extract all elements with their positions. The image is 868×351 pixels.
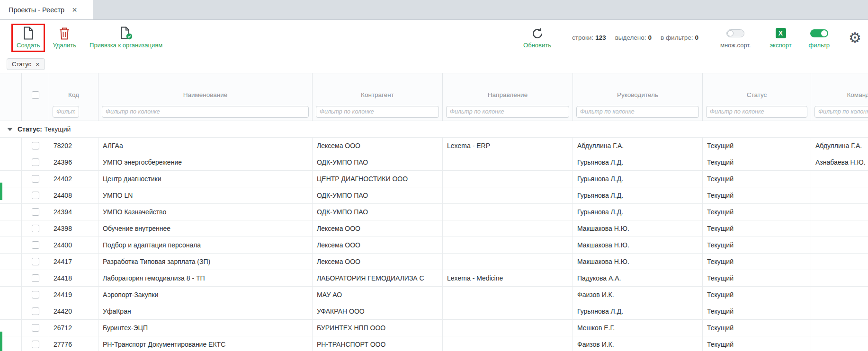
- cell-direction: [443, 187, 573, 203]
- cell-name: Центр диагностики: [98, 171, 313, 187]
- multi-sort-label: множ.сорт.: [720, 42, 751, 49]
- cell-status: Текущий: [703, 237, 811, 253]
- table-row[interactable]: 24396 УМПО энергосбережение ОДК-УМПО ПАО…: [0, 154, 868, 171]
- table-row[interactable]: 24408 УМПО LN ОДК-УМПО ПАО Гурьянова Л.Д…: [0, 187, 868, 204]
- row-check-cell: [22, 336, 49, 351]
- cell-direction: [443, 320, 573, 336]
- refresh-button[interactable]: Обновить: [523, 26, 551, 49]
- filter-chip-status[interactable]: Статус ×: [7, 58, 45, 70]
- cell-name: УМПО энергосбережение: [98, 154, 313, 170]
- row-expand-cell: [0, 138, 22, 154]
- table-row[interactable]: 24402 Центр диагностики ЦЕНТР ДИАГНОСТИК…: [0, 171, 868, 187]
- group-collapse-icon[interactable]: [7, 128, 13, 131]
- multi-sort-toggle-icon[interactable]: [726, 29, 744, 37]
- cell-team: [811, 171, 868, 187]
- cell-manager: Мешков Е.Г.: [573, 320, 703, 336]
- row-checkbox[interactable]: [32, 341, 39, 348]
- row-checkbox[interactable]: [32, 192, 39, 199]
- table-row[interactable]: 24400 Подбор и адаптация персонала Лексе…: [0, 237, 868, 254]
- row-expand-cell: [0, 171, 22, 187]
- table-row[interactable]: 26712 Буринтех-ЭЦП БУРИНТЕХ НПП ООО Мешк…: [0, 320, 868, 336]
- filter-input-name[interactable]: [102, 106, 309, 118]
- row-checkbox[interactable]: [32, 307, 39, 315]
- table-row[interactable]: 78202 АЛГАа Лексема ООО Lexema - ERP Абд…: [0, 138, 868, 154]
- column-header-manager[interactable]: Руководитель: [573, 73, 703, 103]
- row-checkbox[interactable]: [32, 158, 39, 166]
- row-expand-cell: [0, 336, 22, 351]
- filter-input-manager[interactable]: [576, 106, 699, 118]
- cell-counterparty: ОДК-УМПО ПАО: [313, 187, 443, 203]
- filter-input-code[interactable]: [53, 106, 79, 118]
- cell-status: Текущий: [703, 336, 811, 351]
- row-checkbox[interactable]: [32, 175, 39, 183]
- export-button[interactable]: X экспорт: [770, 26, 791, 49]
- table-row[interactable]: 24394 УМПО Казначейство ОДК-УМПО ПАО Гур…: [0, 204, 868, 220]
- column-header-counterparty[interactable]: Контрагент: [313, 73, 443, 103]
- column-header-direction[interactable]: Направление: [443, 73, 573, 103]
- document-check-icon: [120, 26, 133, 40]
- table-row[interactable]: 27776 РН-Транспорт Документирование ЕКТС…: [0, 336, 868, 351]
- trash-icon: [59, 26, 70, 40]
- row-checkbox[interactable]: [32, 208, 39, 216]
- delete-button[interactable]: Удалить: [53, 26, 76, 49]
- filter-input-team[interactable]: [814, 106, 868, 118]
- table-row[interactable]: 24398 Обучение внутреннее Лексема ООО Ма…: [0, 220, 868, 237]
- table-row[interactable]: 24419 Аэропорт-Закупки МАУ АО Фаизов И.К…: [0, 287, 868, 303]
- cell-status: Текущий: [703, 187, 811, 203]
- settings-gear-icon[interactable]: ⚙: [849, 31, 861, 45]
- row-checkbox[interactable]: [32, 291, 39, 298]
- cell-direction: [443, 303, 573, 319]
- create-button[interactable]: Создать: [17, 26, 40, 49]
- row-checkbox[interactable]: [32, 241, 39, 249]
- multi-sort-toggle[interactable]: множ.сорт.: [720, 26, 751, 49]
- column-header-status[interactable]: Статус: [703, 73, 811, 103]
- cell-code: 24420: [49, 303, 98, 319]
- column-header-name[interactable]: Наименование: [98, 73, 313, 103]
- filter-input-status[interactable]: [706, 106, 807, 118]
- filter-toggle[interactable]: фильтр: [809, 26, 830, 49]
- cell-counterparty: МАУ АО: [313, 287, 443, 303]
- tab-projects-registry[interactable]: Проекты - Реестр ×: [0, 0, 93, 19]
- cell-code: 24400: [49, 237, 98, 253]
- row-checkbox[interactable]: [32, 258, 39, 265]
- stat-filtered-value: 0: [695, 34, 698, 41]
- stat-selected-value: 0: [648, 34, 652, 41]
- table-row[interactable]: 24418 Лаборатория гемодиализа 8 - ТП ЛАБ…: [0, 270, 868, 287]
- filter-input-direction[interactable]: [446, 106, 569, 118]
- stat-rows-label: строки:: [572, 34, 593, 41]
- row-check-cell: [22, 220, 49, 237]
- header-expand-cell: [0, 73, 22, 103]
- column-header-code[interactable]: Код: [49, 73, 98, 103]
- cell-code: 78202: [49, 138, 98, 154]
- row-expand-cell: [0, 237, 22, 253]
- table-row[interactable]: 24417 Разработка Типовая зарплата (ЗП) Л…: [0, 254, 868, 270]
- table-header: Код Наименование Контрагент Направление …: [0, 73, 868, 121]
- tab-close-icon[interactable]: ×: [72, 6, 77, 14]
- column-header-team[interactable]: Команда: [811, 73, 868, 103]
- cell-code: 27776: [49, 336, 98, 351]
- cell-team: [811, 270, 868, 286]
- cell-status: Текущий: [703, 287, 811, 303]
- link-organizations-button[interactable]: Привязка к организациям: [89, 26, 162, 49]
- row-check-cell: [22, 320, 49, 336]
- table-row[interactable]: 24420 УфаКран УФАКРАН ООО Гурьянова Л.Д.…: [0, 303, 868, 320]
- cell-status: Текущий: [703, 270, 811, 286]
- cell-manager: Гурьянова Л.Д.: [573, 154, 703, 170]
- cell-status: Текущий: [703, 171, 811, 187]
- cell-manager: Гурьянова Л.Д.: [573, 204, 703, 220]
- filter-toggle-icon[interactable]: [810, 29, 828, 37]
- row-checkbox[interactable]: [32, 274, 39, 282]
- cell-name: Аэропорт-Закупки: [98, 287, 313, 303]
- filter-input-counterparty[interactable]: [316, 106, 439, 118]
- row-checkbox[interactable]: [32, 142, 39, 149]
- filter-chip-remove-icon[interactable]: ×: [36, 61, 40, 68]
- row-checkbox[interactable]: [32, 225, 39, 232]
- row-check-cell: [22, 204, 49, 220]
- group-row-status-current[interactable]: Статус: Текущий: [0, 121, 868, 138]
- cell-code: 24418: [49, 270, 98, 286]
- cell-counterparty: Лексема ООО: [313, 220, 443, 237]
- active-filters-bar: Статус ×: [0, 55, 868, 73]
- row-checkbox[interactable]: [32, 324, 39, 332]
- cell-counterparty: Лексема ООО: [313, 237, 443, 253]
- select-all-checkbox[interactable]: [32, 91, 39, 99]
